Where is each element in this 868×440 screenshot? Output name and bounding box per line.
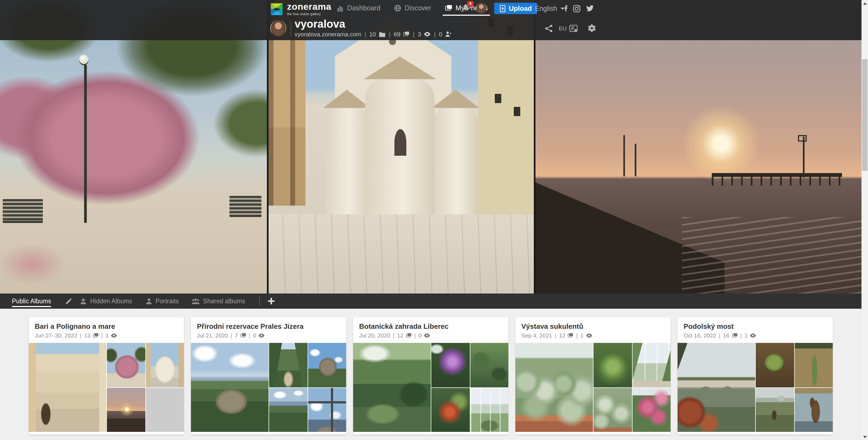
zonerama-logo[interactable]: zonerama the free online gallery (270, 2, 332, 16)
divider (291, 21, 291, 36)
thumbnail-photo[interactable] (146, 343, 184, 387)
album-view-count: 1 (105, 332, 109, 339)
thumbnail-photo[interactable] (431, 343, 469, 387)
thumbnail-photo[interactable] (269, 343, 307, 387)
thumbnail-photo[interactable] (470, 343, 508, 387)
twitter-icon[interactable] (586, 5, 594, 12)
edit-tab-button[interactable] (65, 297, 72, 305)
photos-icon (240, 332, 246, 338)
eye-icon (586, 333, 592, 338)
scrollbar-up-arrow[interactable] (862, 0, 868, 6)
thumbnail-photo[interactable] (269, 388, 307, 432)
thumbnail-photo[interactable] (632, 388, 671, 432)
user-avatar-small[interactable] (476, 3, 487, 13)
server-icon (569, 24, 578, 32)
add-album-button[interactable] (268, 297, 275, 305)
church-apse-right (433, 106, 478, 229)
album-thumbnails (353, 343, 508, 432)
thumbnail-photo[interactable] (756, 388, 794, 432)
photos-count: 69 (394, 31, 401, 37)
album-meta: Jun 27–30, 2022 13 1 (35, 332, 178, 339)
instagram-icon[interactable] (573, 5, 581, 12)
share-button[interactable] (545, 24, 553, 32)
facebook-icon[interactable] (563, 4, 567, 12)
thumbnail-photo[interactable] (308, 343, 346, 387)
album-title: Podolský most (684, 322, 827, 331)
tab-label: Public Albums (12, 294, 51, 308)
settings-button[interactable] (587, 24, 596, 33)
eu-datacenter-indicator[interactable]: EU (559, 24, 578, 32)
album-card-head: Podolský most Oct 16, 2022 16 1 (678, 317, 833, 339)
views-count: 3 (418, 31, 421, 37)
thumbnail-photo[interactable] (107, 343, 145, 387)
album-view-count: 0 (418, 332, 422, 339)
thumbnail-photo[interactable] (756, 343, 794, 387)
tab-label: Shared albums (203, 294, 245, 308)
tab-hidden-albums[interactable]: Hidden Albums (80, 293, 132, 309)
thumbnail-photo[interactable] (593, 388, 632, 432)
album-card[interactable]: Bari a Polignano a mare Jun 27–30, 2022 … (29, 317, 184, 435)
album-view-count: 1 (745, 332, 748, 339)
nav-item-discover[interactable]: Discover (394, 0, 431, 16)
thumbnail-photo[interactable] (107, 388, 145, 432)
thumbnail-photo[interactable] (353, 343, 431, 432)
album-card-head: Přírodní rezervace Prales Jizera Jul 21,… (191, 317, 346, 339)
scrollbar-down-arrow[interactable] (862, 434, 868, 440)
thumbnail-photo[interactable] (632, 343, 671, 387)
photos-icon (567, 332, 574, 338)
photos-icon (445, 4, 453, 12)
album-date: Jul 20, 2020 (359, 332, 390, 339)
album-photo-count: 16 (723, 332, 730, 339)
separator (554, 332, 557, 339)
scrollbar-thumb[interactable] (862, 59, 867, 171)
nav-label: Dashboard (347, 4, 380, 12)
separator (389, 31, 391, 37)
album-card-head: Bari a Polignano a mare Jun 27–30, 2022 … (29, 317, 184, 339)
park-bench (3, 199, 43, 223)
album-card[interactable]: Přírodní rezervace Prales Jizera Jul 21,… (191, 317, 346, 435)
thumbnail-photo[interactable] (795, 343, 833, 387)
album-card[interactable]: Podolský most Oct 16, 2022 16 1 (678, 317, 833, 435)
thumbnail-photo[interactable] (191, 343, 269, 432)
language-label: English (535, 5, 557, 12)
scrollbar[interactable] (862, 0, 868, 440)
profile-avatar[interactable] (270, 20, 286, 36)
thumbnail-photo[interactable] (678, 343, 755, 432)
album-card[interactable]: Botanická zahrada Liberec Jul 20, 2020 1… (353, 317, 508, 435)
thumbnail-photo[interactable] (146, 388, 184, 432)
thumbnail-photo[interactable] (308, 388, 346, 432)
thumbnail-photo[interactable] (29, 343, 106, 432)
album-date: Jun 27–30, 2022 (35, 332, 77, 339)
separator (392, 332, 395, 339)
nav-item-dashboard[interactable]: Dashboard (336, 0, 380, 16)
thumbnail-photo[interactable] (593, 343, 632, 387)
separator (80, 332, 82, 339)
tab-public-albums[interactable]: Public Albums (12, 293, 51, 309)
profile-controls: EU (545, 24, 596, 33)
site-header: zonerama the free online gallery Dashboa… (0, 0, 862, 40)
cover-photo-church (269, 0, 534, 293)
sign-board (798, 135, 807, 142)
album-thumbnails (678, 343, 833, 432)
thumbnail-photo[interactable] (516, 343, 593, 432)
thumbnail-photo[interactable] (431, 388, 469, 432)
album-meta: Oct 16, 2022 16 1 (684, 332, 827, 339)
upload-label: Upload (509, 5, 532, 12)
upload-button[interactable]: Upload (494, 3, 537, 14)
album-thumbnails (516, 343, 671, 432)
language-selector[interactable]: English (535, 5, 565, 12)
album-photo-count: 7 (235, 332, 238, 339)
thumbnail-photo[interactable] (470, 388, 508, 432)
profile-domain[interactable]: vyoralova.zonerama.com (294, 31, 361, 37)
thumbnail-photo[interactable] (795, 388, 833, 432)
divider (259, 297, 260, 306)
tab-shared-albums[interactable]: Shared albums (192, 293, 245, 309)
eye-icon (424, 333, 430, 338)
notifications-bell[interactable]: 3 (462, 4, 470, 12)
plus-icon (268, 297, 275, 305)
album-date: Oct 16, 2022 (684, 332, 716, 339)
dashboard-icon (336, 4, 344, 12)
tab-portraits[interactable]: Portraits (145, 293, 179, 309)
page: zonerama the free online gallery Dashboa… (0, 0, 868, 440)
album-card[interactable]: Výstava sukulentů Sep 4, 2021 12 1 (516, 317, 671, 435)
